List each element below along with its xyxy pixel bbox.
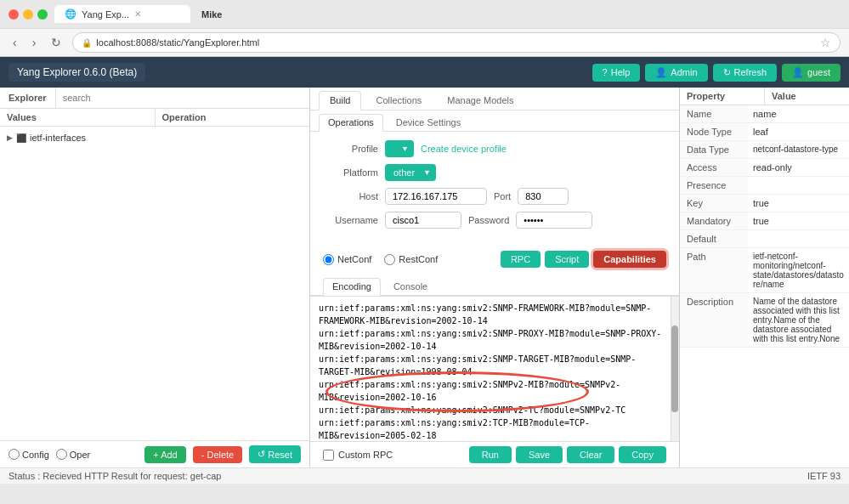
tree-item-ietf-interfaces[interactable]: ▶ ⬛ ietf-interfaces bbox=[0, 130, 309, 145]
property-col-header: Property bbox=[680, 88, 765, 105]
netconf-radio-label[interactable]: NetConf bbox=[323, 254, 371, 265]
right-panel: Property Value Name name Node Type leaf … bbox=[679, 88, 849, 467]
inner-tab-console[interactable]: Console bbox=[384, 278, 437, 295]
tab-manage-models[interactable]: Manage Models bbox=[436, 91, 524, 110]
url-bar[interactable]: 🔒 localhost:8088/static/YangExplorer.htm… bbox=[72, 32, 841, 53]
prop-val-description: Name of the datastore associated with th… bbox=[748, 293, 849, 347]
sub-tab-bar: Operations Device Settings bbox=[310, 110, 679, 132]
platform-select-wrapper[interactable]: other ▼ bbox=[385, 164, 436, 181]
config-radio-label[interactable]: Config bbox=[8, 449, 49, 460]
copy-button[interactable]: Copy bbox=[619, 446, 666, 463]
help-button[interactable]: ? Help bbox=[592, 64, 641, 82]
oper-radio-label[interactable]: Oper bbox=[56, 449, 90, 460]
operation-col-header: Operation bbox=[156, 109, 310, 126]
host-input[interactable] bbox=[385, 188, 487, 205]
minimize-dot[interactable] bbox=[23, 9, 33, 20]
netconf-label: NetConf bbox=[337, 254, 371, 264]
help-icon: ? bbox=[603, 67, 608, 77]
config-radio[interactable] bbox=[8, 449, 20, 460]
prop-val-mandatory: true bbox=[748, 212, 774, 229]
prop-key-presence: Presence bbox=[680, 177, 748, 194]
content-area: urn:ietf:params:xml:ns:yang:smiv2:SNMP-F… bbox=[310, 296, 679, 441]
rpc-button[interactable]: RPC bbox=[501, 251, 541, 268]
create-device-profile-link[interactable]: Create device profile bbox=[421, 144, 507, 154]
prop-key-access: Access bbox=[680, 159, 748, 176]
tab-build[interactable]: Build bbox=[319, 91, 361, 110]
maximize-dot[interactable] bbox=[37, 9, 48, 20]
tab-close-icon[interactable]: ✕ bbox=[134, 9, 141, 19]
prop-key-description: Description bbox=[680, 293, 748, 347]
main-tab-bar: Build Collections Manage Models bbox=[310, 88, 679, 110]
browser-toolbar: ‹ › ↻ 🔒 localhost:8088/static/YangExplor… bbox=[0, 28, 849, 56]
refresh-button[interactable]: ↻ Refresh bbox=[713, 64, 778, 82]
sub-tab-device-settings[interactable]: Device Settings bbox=[387, 114, 470, 131]
close-dot[interactable] bbox=[8, 9, 19, 20]
script-button[interactable]: Script bbox=[545, 251, 589, 268]
prop-row-mandatory: Mandatory true bbox=[680, 212, 849, 230]
delete-button[interactable]: - Delete bbox=[193, 446, 243, 463]
status-bar: Status : Recieved HTTP Result for reques… bbox=[0, 467, 849, 484]
add-button[interactable]: + Add bbox=[144, 446, 185, 463]
prop-key-key: Key bbox=[680, 195, 748, 212]
refresh-browser-button[interactable]: ↻ bbox=[47, 34, 65, 51]
restconf-radio-label[interactable]: RestConf bbox=[384, 254, 438, 265]
reset-button[interactable]: ↺ Reset bbox=[249, 445, 301, 463]
admin-button[interactable]: 👤 Admin bbox=[645, 64, 707, 82]
restconf-radio[interactable] bbox=[384, 254, 395, 265]
scrollbar-thumb[interactable] bbox=[671, 326, 678, 412]
port-input[interactable] bbox=[518, 188, 569, 205]
value-col-header: Value bbox=[765, 88, 849, 105]
back-button[interactable]: ‹ bbox=[8, 34, 21, 51]
prop-val-data-type: netconf-datastore-type bbox=[748, 141, 843, 158]
custom-rpc-checkbox[interactable] bbox=[323, 450, 334, 461]
prop-row-data-type: Data Type netconf-datastore-type bbox=[680, 141, 849, 159]
reset-icon: ↺ bbox=[258, 449, 265, 460]
run-button[interactable]: Run bbox=[469, 446, 512, 463]
prop-row-path: Path ietf-netconf-monitoring/netconf-sta… bbox=[680, 248, 849, 293]
search-input[interactable] bbox=[56, 88, 309, 108]
main-layout: Explorer Values Operation ▶ ⬛ ietf-inter… bbox=[0, 88, 849, 467]
tab-collections[interactable]: Collections bbox=[365, 91, 433, 110]
save-button[interactable]: Save bbox=[516, 446, 563, 463]
guest-button[interactable]: 👤 guest bbox=[782, 64, 841, 82]
browser-dots bbox=[8, 9, 48, 20]
oper-radio[interactable] bbox=[56, 449, 67, 460]
prop-row-name: Name name bbox=[680, 105, 849, 123]
values-col-header: Values bbox=[0, 109, 156, 126]
user-icon: 👤 bbox=[792, 67, 804, 78]
browser-tab[interactable]: 🌐 Yang Exp... ✕ bbox=[54, 5, 190, 23]
host-row: Host Port bbox=[323, 188, 666, 205]
prop-row-description: Description Name of the datastore associ… bbox=[680, 293, 849, 348]
prop-row-key: Key true bbox=[680, 195, 849, 212]
forward-button[interactable]: › bbox=[28, 34, 41, 51]
encoding-textarea[interactable]: urn:ietf:params:xml:ns:yang:smiv2:SNMP-F… bbox=[310, 297, 679, 441]
prop-key-default: Default bbox=[680, 230, 748, 247]
lock-icon: 🔒 bbox=[82, 38, 92, 48]
platform-row: Platform other ▼ bbox=[323, 164, 666, 181]
platform-select[interactable]: other bbox=[385, 164, 436, 181]
prop-key-node-type: Node Type bbox=[680, 123, 748, 140]
profile-select[interactable] bbox=[385, 140, 414, 157]
browser-chrome: 🌐 Yang Exp... ✕ Mike ‹ › ↻ 🔒 localhost:8… bbox=[0, 0, 849, 57]
prop-row-access: Access read-only bbox=[680, 159, 849, 177]
bookmark-icon[interactable]: ☆ bbox=[820, 36, 831, 49]
username-input[interactable] bbox=[385, 212, 461, 229]
netconf-radio[interactable] bbox=[323, 254, 334, 265]
password-input[interactable] bbox=[516, 212, 592, 229]
clear-button[interactable]: Clear bbox=[567, 446, 614, 463]
scrollbar-track[interactable] bbox=[671, 297, 679, 441]
username-label: Username bbox=[323, 215, 378, 225]
platform-label: Platform bbox=[323, 167, 378, 178]
sub-tab-operations[interactable]: Operations bbox=[319, 114, 383, 132]
prop-val-key: true bbox=[748, 195, 774, 212]
browser-user: Mike bbox=[201, 9, 222, 20]
custom-rpc-label[interactable]: Custom RPC bbox=[323, 450, 393, 461]
url-text: localhost:8088/static/YangExplorer.html bbox=[96, 37, 259, 48]
left-panel-header: Explorer bbox=[0, 88, 309, 109]
profile-select-wrapper[interactable]: ▼ bbox=[385, 140, 414, 157]
tab-title: Yang Exp... bbox=[82, 9, 129, 20]
inner-tab-encoding[interactable]: Encoding bbox=[323, 278, 381, 296]
capabilities-button[interactable]: Capabilities bbox=[593, 251, 666, 268]
password-label: Password bbox=[468, 215, 509, 225]
tab-favicon: 🌐 bbox=[65, 8, 76, 20]
